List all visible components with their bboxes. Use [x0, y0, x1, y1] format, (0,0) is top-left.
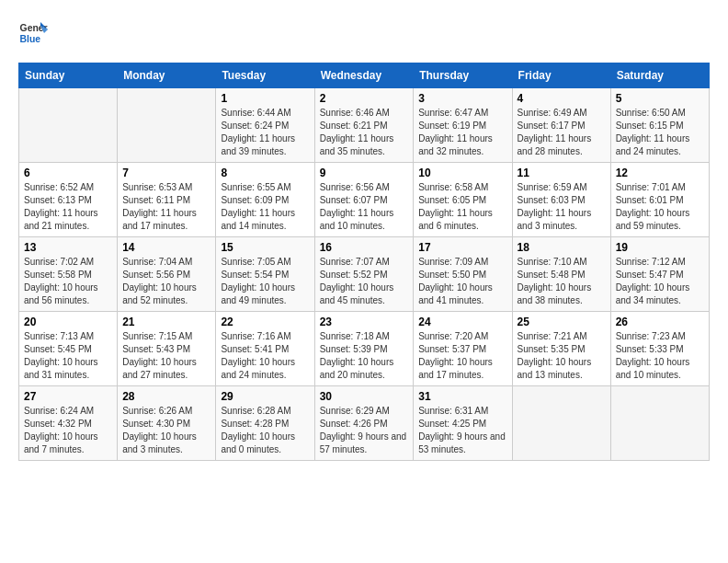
day-info: Sunrise: 6:49 AM Sunset: 6:17 PM Dayligh… — [518, 107, 606, 158]
header-sunday: Sunday — [19, 63, 118, 88]
calendar-cell: 28Sunrise: 6:26 AM Sunset: 4:30 PM Dayli… — [118, 386, 216, 461]
header-thursday: Thursday — [414, 63, 512, 88]
calendar-cell: 3Sunrise: 6:47 AM Sunset: 6:19 PM Daylig… — [414, 88, 512, 163]
day-number: 16 — [320, 241, 409, 254]
day-number: 2 — [320, 92, 409, 105]
week-row-4: 20Sunrise: 7:13 AM Sunset: 5:45 PM Dayli… — [19, 312, 710, 386]
calendar-cell: 7Sunrise: 6:53 AM Sunset: 6:11 PM Daylig… — [118, 163, 216, 237]
day-info: Sunrise: 7:21 AM Sunset: 5:35 PM Dayligh… — [518, 330, 606, 382]
calendar-cell: 27Sunrise: 6:24 AM Sunset: 4:32 PM Dayli… — [19, 386, 118, 461]
day-number: 9 — [320, 167, 409, 179]
day-number: 8 — [221, 167, 309, 179]
day-info: Sunrise: 6:28 AM Sunset: 4:28 PM Dayligh… — [221, 405, 309, 456]
day-info: Sunrise: 6:47 AM Sunset: 6:19 PM Dayligh… — [418, 107, 506, 158]
calendar-cell: 5Sunrise: 6:50 AM Sunset: 6:15 PM Daylig… — [610, 88, 709, 163]
day-number: 5 — [616, 92, 704, 105]
day-info: Sunrise: 7:23 AM Sunset: 5:33 PM Dayligh… — [616, 330, 704, 382]
day-number: 19 — [616, 241, 704, 254]
page-header: General Blue — [18, 18, 710, 48]
day-info: Sunrise: 7:16 AM Sunset: 5:41 PM Dayligh… — [221, 330, 309, 382]
calendar-cell: 16Sunrise: 7:07 AM Sunset: 5:52 PM Dayli… — [314, 237, 414, 312]
day-number: 6 — [24, 167, 112, 179]
day-number: 22 — [221, 316, 309, 328]
calendar-table: SundayMondayTuesdayWednesdayThursdayFrid… — [18, 63, 710, 461]
calendar-header-row: SundayMondayTuesdayWednesdayThursdayFrid… — [19, 63, 710, 88]
day-number: 17 — [418, 241, 506, 254]
calendar-cell: 13Sunrise: 7:02 AM Sunset: 5:58 PM Dayli… — [19, 237, 118, 312]
calendar-cell: 8Sunrise: 6:55 AM Sunset: 6:09 PM Daylig… — [216, 163, 314, 237]
day-number: 25 — [518, 316, 606, 328]
day-info: Sunrise: 6:31 AM Sunset: 4:25 PM Dayligh… — [418, 405, 506, 456]
day-info: Sunrise: 6:59 AM Sunset: 6:03 PM Dayligh… — [518, 181, 606, 233]
day-info: Sunrise: 6:50 AM Sunset: 6:15 PM Dayligh… — [616, 107, 704, 158]
calendar-cell: 20Sunrise: 7:13 AM Sunset: 5:45 PM Dayli… — [19, 312, 118, 386]
day-number: 7 — [122, 167, 210, 179]
day-info: Sunrise: 6:44 AM Sunset: 6:24 PM Dayligh… — [221, 107, 309, 158]
calendar-cell — [512, 386, 610, 461]
day-number: 1 — [221, 92, 309, 105]
calendar-cell: 21Sunrise: 7:15 AM Sunset: 5:43 PM Dayli… — [118, 312, 216, 386]
calendar-cell — [19, 88, 118, 163]
header-friday: Friday — [512, 63, 610, 88]
day-number: 28 — [122, 390, 210, 403]
day-info: Sunrise: 7:12 AM Sunset: 5:47 PM Dayligh… — [616, 256, 704, 307]
logo: General Blue — [18, 18, 51, 48]
day-number: 15 — [221, 241, 309, 254]
day-number: 31 — [418, 390, 506, 403]
day-info: Sunrise: 7:02 AM Sunset: 5:58 PM Dayligh… — [24, 256, 112, 307]
day-number: 13 — [24, 241, 112, 254]
calendar-cell: 24Sunrise: 7:20 AM Sunset: 5:37 PM Dayli… — [414, 312, 512, 386]
day-number: 23 — [320, 316, 409, 328]
week-row-5: 27Sunrise: 6:24 AM Sunset: 4:32 PM Dayli… — [19, 386, 710, 461]
day-number: 4 — [518, 92, 606, 105]
day-info: Sunrise: 7:13 AM Sunset: 5:45 PM Dayligh… — [24, 330, 112, 382]
calendar-cell: 10Sunrise: 6:58 AM Sunset: 6:05 PM Dayli… — [414, 163, 512, 237]
day-info: Sunrise: 6:46 AM Sunset: 6:21 PM Dayligh… — [320, 107, 409, 158]
day-info: Sunrise: 7:10 AM Sunset: 5:48 PM Dayligh… — [518, 256, 606, 307]
calendar-cell: 4Sunrise: 6:49 AM Sunset: 6:17 PM Daylig… — [512, 88, 610, 163]
calendar-cell: 12Sunrise: 7:01 AM Sunset: 6:01 PM Dayli… — [610, 163, 709, 237]
day-number: 20 — [24, 316, 112, 328]
day-number: 11 — [518, 167, 606, 179]
day-info: Sunrise: 6:52 AM Sunset: 6:13 PM Dayligh… — [24, 181, 112, 233]
day-number: 12 — [616, 167, 704, 179]
day-info: Sunrise: 7:04 AM Sunset: 5:56 PM Dayligh… — [122, 256, 210, 307]
day-number: 29 — [221, 390, 309, 403]
day-info: Sunrise: 7:15 AM Sunset: 5:43 PM Dayligh… — [122, 330, 210, 382]
day-info: Sunrise: 6:53 AM Sunset: 6:11 PM Dayligh… — [122, 181, 210, 233]
calendar-cell: 17Sunrise: 7:09 AM Sunset: 5:50 PM Dayli… — [414, 237, 512, 312]
calendar-cell: 25Sunrise: 7:21 AM Sunset: 5:35 PM Dayli… — [512, 312, 610, 386]
calendar-cell: 29Sunrise: 6:28 AM Sunset: 4:28 PM Dayli… — [216, 386, 314, 461]
day-info: Sunrise: 6:56 AM Sunset: 6:07 PM Dayligh… — [320, 181, 409, 233]
week-row-2: 6Sunrise: 6:52 AM Sunset: 6:13 PM Daylig… — [19, 163, 710, 237]
calendar-cell: 9Sunrise: 6:56 AM Sunset: 6:07 PM Daylig… — [314, 163, 414, 237]
day-number: 21 — [122, 316, 210, 328]
day-number: 26 — [616, 316, 704, 328]
calendar-cell: 14Sunrise: 7:04 AM Sunset: 5:56 PM Dayli… — [118, 237, 216, 312]
day-number: 24 — [418, 316, 506, 328]
calendar-cell: 31Sunrise: 6:31 AM Sunset: 4:25 PM Dayli… — [414, 386, 512, 461]
day-info: Sunrise: 6:24 AM Sunset: 4:32 PM Dayligh… — [24, 405, 112, 456]
header-monday: Monday — [118, 63, 216, 88]
day-number: 30 — [320, 390, 409, 403]
day-info: Sunrise: 6:58 AM Sunset: 6:05 PM Dayligh… — [418, 181, 506, 233]
day-info: Sunrise: 6:26 AM Sunset: 4:30 PM Dayligh… — [122, 405, 210, 456]
day-number: 14 — [122, 241, 210, 254]
calendar-cell — [610, 386, 709, 461]
calendar-cell: 2Sunrise: 6:46 AM Sunset: 6:21 PM Daylig… — [314, 88, 414, 163]
calendar-cell: 23Sunrise: 7:18 AM Sunset: 5:39 PM Dayli… — [314, 312, 414, 386]
week-row-1: 1Sunrise: 6:44 AM Sunset: 6:24 PM Daylig… — [19, 88, 710, 163]
header-tuesday: Tuesday — [216, 63, 314, 88]
day-info: Sunrise: 6:29 AM Sunset: 4:26 PM Dayligh… — [320, 405, 409, 456]
calendar-cell: 1Sunrise: 6:44 AM Sunset: 6:24 PM Daylig… — [216, 88, 314, 163]
day-info: Sunrise: 7:09 AM Sunset: 5:50 PM Dayligh… — [418, 256, 506, 307]
week-row-3: 13Sunrise: 7:02 AM Sunset: 5:58 PM Dayli… — [19, 237, 710, 312]
calendar-cell: 11Sunrise: 6:59 AM Sunset: 6:03 PM Dayli… — [512, 163, 610, 237]
day-number: 3 — [418, 92, 506, 105]
day-info: Sunrise: 7:18 AM Sunset: 5:39 PM Dayligh… — [320, 330, 409, 382]
calendar-cell: 18Sunrise: 7:10 AM Sunset: 5:48 PM Dayli… — [512, 237, 610, 312]
header-saturday: Saturday — [610, 63, 709, 88]
header-wednesday: Wednesday — [314, 63, 414, 88]
svg-text:Blue: Blue — [20, 34, 41, 44]
day-number: 10 — [418, 167, 506, 179]
